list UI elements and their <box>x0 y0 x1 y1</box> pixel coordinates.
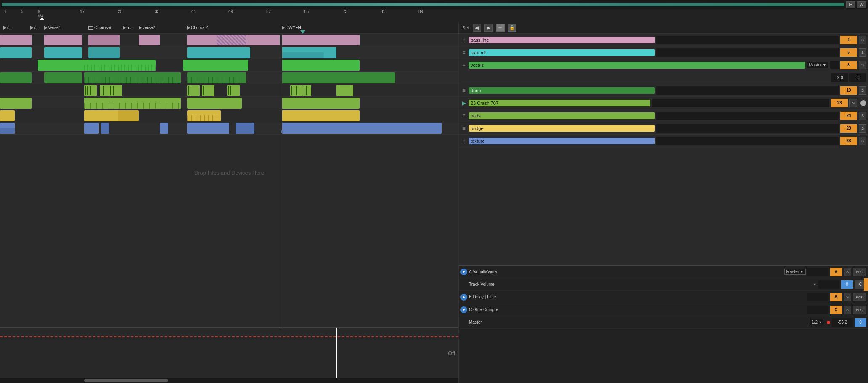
drum-number[interactable]: 19 <box>840 86 857 95</box>
lead-riff-solo[interactable]: S <box>859 48 866 57</box>
clip[interactable] <box>187 115 221 121</box>
vocals-number[interactable]: 8 <box>840 61 857 69</box>
bass-line-number[interactable]: 1 <box>840 36 857 44</box>
clip[interactable] <box>0 110 15 121</box>
valhalla-master-dropdown[interactable]: Master ▼ <box>784 269 806 275</box>
glue-letter-btn[interactable]: C <box>830 306 842 314</box>
clip[interactable] <box>282 98 360 109</box>
scene-intro1[interactable]: i... <box>3 25 12 30</box>
scene-chorus2[interactable]: Chorus 2 <box>187 25 208 30</box>
nav-back-button[interactable]: ◀ <box>473 24 481 32</box>
clip[interactable] <box>88 40 120 45</box>
clip[interactable] <box>44 40 82 45</box>
clip[interactable] <box>282 110 360 121</box>
clip[interactable] <box>160 123 168 134</box>
bridge-number[interactable]: 28 <box>840 124 857 133</box>
clip[interactable] <box>0 40 32 45</box>
pads-number[interactable]: 24 <box>840 112 857 120</box>
pads-label[interactable]: pads <box>469 112 655 119</box>
delay-play-btn[interactable]: ▶ <box>460 294 467 301</box>
vocals-solo[interactable]: S <box>859 61 866 69</box>
clip[interactable] <box>38 60 86 71</box>
valhalla-solo[interactable]: S <box>844 268 851 276</box>
clip[interactable] <box>303 85 311 96</box>
clip[interactable] <box>282 60 360 71</box>
clip[interactable] <box>187 77 246 83</box>
drum-solo[interactable]: S <box>859 86 866 95</box>
clip[interactable] <box>118 110 139 121</box>
clip[interactable] <box>109 85 122 96</box>
scene-verse2[interactable]: verse2 <box>139 25 155 30</box>
clip[interactable] <box>202 85 214 96</box>
clip[interactable] <box>0 98 32 109</box>
clip[interactable] <box>84 77 181 83</box>
h-button[interactable]: H <box>846 1 855 8</box>
bass-line-label[interactable]: bass line <box>469 37 655 43</box>
pencil-tool-button[interactable]: ✏ <box>496 24 505 32</box>
clip[interactable] <box>336 85 353 96</box>
w-button[interactable]: W <box>857 1 866 8</box>
clip[interactable] <box>44 72 82 83</box>
clip[interactable] <box>187 85 200 96</box>
clip[interactable] <box>282 40 360 45</box>
clip[interactable] <box>282 52 324 58</box>
valhalla-post[interactable]: Post <box>853 268 866 276</box>
clip[interactable] <box>84 103 181 109</box>
clip[interactable] <box>84 110 122 121</box>
clip[interactable] <box>0 47 32 58</box>
glue-post[interactable]: Post <box>853 306 866 314</box>
pads-solo[interactable]: S <box>859 112 866 120</box>
clip[interactable] <box>84 123 99 134</box>
clip[interactable] <box>183 60 248 71</box>
clip[interactable] <box>227 85 240 96</box>
crash707-label[interactable]: 23 Crash 707 <box>469 100 650 106</box>
clip[interactable] <box>0 128 15 134</box>
scrollbar-thumb[interactable] <box>84 379 168 382</box>
crash707-solo[interactable]: S <box>849 99 857 107</box>
texture-solo[interactable]: S <box>859 137 866 145</box>
crash707-number[interactable]: 23 <box>831 99 848 107</box>
drum-label[interactable]: drum <box>469 87 655 94</box>
valhalla-letter-btn[interactable]: A <box>830 268 842 276</box>
bridge-label[interactable]: bridge <box>469 125 655 132</box>
vocals-label[interactable]: vocals <box>469 62 805 69</box>
scene-dwyfn[interactable]: DWYFN <box>282 25 301 30</box>
clip[interactable] <box>88 47 120 58</box>
clip[interactable] <box>187 47 250 58</box>
vocals-master-dropdown[interactable]: Master ▼ <box>807 62 828 68</box>
lead-riff-label[interactable]: lead riff <box>469 49 655 56</box>
delay-letter-btn[interactable]: B <box>830 293 842 301</box>
clip[interactable] <box>84 85 97 96</box>
clip[interactable] <box>282 72 395 83</box>
clip[interactable] <box>101 123 109 134</box>
glue-solo[interactable]: S <box>844 306 851 314</box>
lock-button[interactable]: 🔒 <box>508 24 516 32</box>
scene-verse1[interactable]: Verse1 <box>44 25 61 30</box>
delay-post[interactable]: Post <box>853 293 866 301</box>
clip[interactable] <box>187 123 229 134</box>
clip[interactable] <box>290 85 303 96</box>
nav-forward-button[interactable]: ▶ <box>484 24 493 32</box>
master-fraction-dropdown[interactable]: 1/2 ▼ <box>810 319 824 325</box>
bass-line-solo[interactable]: S <box>859 36 866 44</box>
bridge-solo[interactable]: S <box>859 124 866 133</box>
lead-riff-number[interactable]: 5 <box>840 48 857 57</box>
master-zero-btn[interactable]: 0 <box>855 318 866 327</box>
valhalla-play-btn[interactable]: ▶ <box>460 269 467 275</box>
clip[interactable] <box>236 123 254 134</box>
clip[interactable] <box>0 72 32 83</box>
texture-number[interactable]: 33 <box>840 137 857 145</box>
clip[interactable] <box>44 47 82 58</box>
scene-b[interactable]: b... <box>123 25 132 30</box>
delay-solo[interactable]: S <box>844 293 851 301</box>
scene-chorus[interactable]: Chorus <box>88 25 111 30</box>
track-volume-value[interactable]: 0 <box>841 280 853 289</box>
arrangement-area[interactable]: i... i... Verse1 Chorus b... verse2 <box>0 22 458 383</box>
timeline-ruler[interactable]: 1 5 9 6/4 17 25 33 41 49 57 65 73 81 89 <box>0 9 868 22</box>
clip-checkered[interactable] <box>217 35 246 45</box>
horizontal-scrollbar[interactable] <box>0 378 458 383</box>
texture-label[interactable]: texture <box>469 138 655 144</box>
clip[interactable] <box>139 35 160 45</box>
scene-intro2[interactable]: i... <box>30 25 39 30</box>
clip[interactable] <box>282 123 442 134</box>
